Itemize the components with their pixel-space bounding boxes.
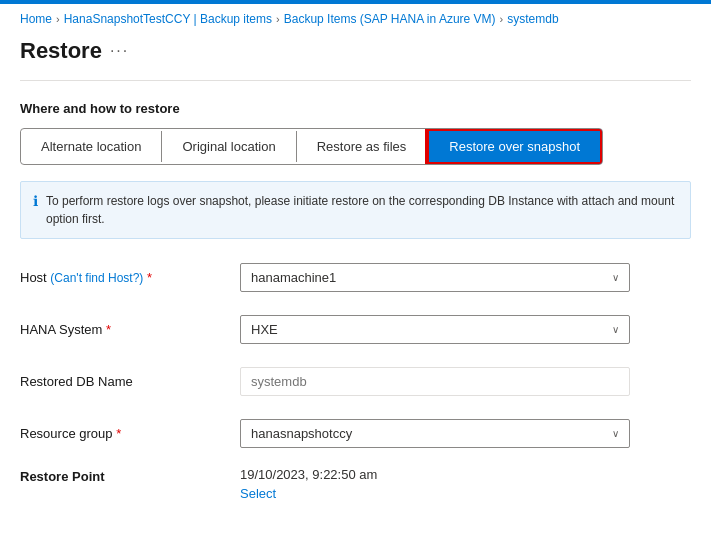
breadcrumb: Home › HanaSnapshotTestCCY | Backup item… (0, 4, 711, 34)
hana-system-dropdown-arrow-icon: ∨ (612, 324, 619, 335)
resource-group-dropdown-arrow-icon: ∨ (612, 428, 619, 439)
restored-db-label: Restored DB Name (20, 374, 240, 389)
hana-system-dropdown[interactable]: HXE ∨ (240, 315, 630, 344)
cant-find-host-link[interactable]: (Can't find Host?) (50, 271, 143, 285)
hana-system-row: HANA System * HXE ∨ (20, 311, 691, 347)
restore-options-tabs: Alternate location Original location Res… (20, 128, 603, 165)
restore-point-label: Restore Point (20, 467, 240, 484)
hana-system-dropdown-value: HXE (251, 322, 278, 337)
page-header: Restore ··· (0, 34, 711, 80)
info-message: To perform restore logs over snapshot, p… (46, 192, 678, 228)
info-box: ℹ To perform restore logs over snapshot,… (20, 181, 691, 239)
resource-group-label: Resource group * (20, 426, 240, 441)
breadcrumb-home[interactable]: Home (20, 12, 52, 26)
hana-system-label: HANA System * (20, 322, 240, 337)
main-content: Where and how to restore Alternate locat… (0, 81, 711, 521)
host-row: Host (Can't find Host?) * hanamachine1 ∨ (20, 259, 691, 295)
breadcrumb-backup-items[interactable]: HanaSnapshotTestCCY | Backup items (64, 12, 272, 26)
breadcrumb-separator-3: › (500, 13, 504, 25)
restore-point-date: 19/10/2023, 9:22:50 am (240, 467, 377, 482)
hana-system-required-marker: * (106, 322, 111, 337)
restored-db-input[interactable] (240, 367, 630, 396)
tab-original-location[interactable]: Original location (162, 131, 296, 162)
section-title: Where and how to restore (20, 101, 691, 116)
more-options-button[interactable]: ··· (110, 42, 129, 60)
tab-restore-over-snapshot[interactable]: Restore over snapshot (427, 129, 602, 164)
host-dropdown-value: hanamachine1 (251, 270, 336, 285)
page-title: Restore (20, 38, 102, 64)
host-dropdown[interactable]: hanamachine1 ∨ (240, 263, 630, 292)
breadcrumb-backup-items-sap[interactable]: Backup Items (SAP HANA in Azure VM) (284, 12, 496, 26)
breadcrumb-separator-1: › (56, 13, 60, 25)
resource-group-row: Resource group * hanasnapshotccy ∨ (20, 415, 691, 451)
host-dropdown-arrow-icon: ∨ (612, 272, 619, 283)
info-icon: ℹ (33, 193, 38, 209)
restore-point-select-link[interactable]: Select (240, 486, 377, 501)
resource-group-dropdown-value: hanasnapshotccy (251, 426, 352, 441)
host-required-marker: * (147, 270, 152, 285)
restore-point-values: 19/10/2023, 9:22:50 am Select (240, 467, 377, 501)
breadcrumb-separator-2: › (276, 13, 280, 25)
resource-group-dropdown[interactable]: hanasnapshotccy ∨ (240, 419, 630, 448)
tab-alternate-location[interactable]: Alternate location (21, 131, 162, 162)
tab-restore-as-files[interactable]: Restore as files (297, 131, 428, 162)
restored-db-row: Restored DB Name (20, 363, 691, 399)
restore-point-row: Restore Point 19/10/2023, 9:22:50 am Sel… (20, 467, 691, 501)
breadcrumb-systemdb[interactable]: systemdb (507, 12, 558, 26)
resource-group-required-marker: * (116, 426, 121, 441)
host-label: Host (Can't find Host?) * (20, 270, 240, 285)
